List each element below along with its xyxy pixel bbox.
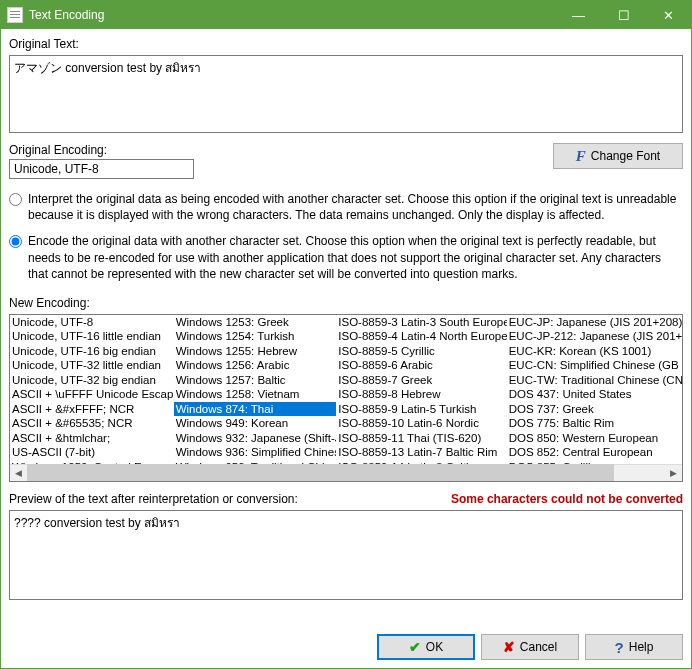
encoding-item[interactable]: ISO-8859-11 Thai (TIS-620) [336, 431, 506, 446]
check-icon: ✔ [409, 639, 421, 655]
help-button[interactable]: ? Help [585, 634, 683, 660]
encoding-item[interactable]: Windows 1255: Hebrew [174, 344, 337, 359]
dialog-footer: ✔ OK ✘ Cancel ? Help [1, 626, 691, 668]
encoding-item[interactable]: Windows 874: Thai [174, 402, 337, 417]
option-encode[interactable]: Encode the original data with another ch… [9, 233, 683, 282]
ok-button[interactable]: ✔ OK [377, 634, 475, 660]
encoding-item[interactable]: ASCII + \uFFFF Unicode Escapes [10, 387, 174, 402]
original-encoding-label: Original Encoding: [9, 143, 194, 157]
encoding-item[interactable]: Windows 932: Japanese (Shift-JIS) [174, 431, 337, 446]
encoding-item[interactable]: ISO-8859-8 Hebrew [336, 387, 506, 402]
encoding-item[interactable]: US-ASCII (7-bit) [10, 445, 174, 460]
encoding-item[interactable]: ASCII + &#xFFFF; NCR [10, 402, 174, 417]
new-encoding-label: New Encoding: [9, 296, 683, 310]
encoding-item[interactable]: Windows 936: Simplified Chinese (GBK) [174, 445, 337, 460]
encoding-item[interactable]: DOS 737: Greek [507, 402, 682, 417]
window-title: Text Encoding [29, 8, 556, 22]
encoding-item[interactable]: EUC-JP-212: Japanese (JIS 201+208+212) [507, 329, 682, 344]
cancel-button[interactable]: ✘ Cancel [481, 634, 579, 660]
scrollbar-thumb[interactable] [27, 464, 614, 481]
preview-label: Preview of the text after reinterpretati… [9, 492, 298, 506]
encoding-item[interactable]: EUC-CN: Simplified Chinese (GB 2312) [507, 358, 682, 373]
encoding-item[interactable]: Windows 1256: Arabic [174, 358, 337, 373]
text-encoding-dialog: Text Encoding — ☐ ✕ Original Text: Origi… [0, 0, 692, 669]
original-text-input[interactable] [9, 55, 683, 133]
encoding-item[interactable]: EUC-TW: Traditional Chinese (CNS 11643) [507, 373, 682, 388]
encoding-item[interactable]: ISO-8859-6 Arabic [336, 358, 506, 373]
option-encode-text: Encode the original data with another ch… [28, 233, 683, 282]
close-button[interactable]: ✕ [646, 1, 691, 29]
encoding-item[interactable]: ASCII + &#65535; NCR [10, 416, 174, 431]
encoding-item[interactable]: DOS 850: Western European [507, 431, 682, 446]
cancel-label: Cancel [520, 640, 557, 654]
option-interpret[interactable]: Interpret the original data as being enc… [9, 191, 683, 223]
encoding-list[interactable]: Unicode, UTF-8Unicode, UTF-16 little end… [9, 314, 683, 482]
maximize-button[interactable]: ☐ [601, 1, 646, 29]
encoding-item[interactable]: EUC-KR: Korean (KS 1001) [507, 344, 682, 359]
encoding-item[interactable]: Unicode, UTF-32 big endian [10, 373, 174, 388]
encoding-item[interactable]: Windows 1254: Turkish [174, 329, 337, 344]
change-font-button[interactable]: F Change Font [553, 143, 683, 169]
encoding-item[interactable]: ISO-8859-4 Latin-4 North European [336, 329, 506, 344]
encoding-item[interactable]: Windows 949: Korean [174, 416, 337, 431]
question-icon: ? [615, 639, 624, 656]
titlebar[interactable]: Text Encoding — ☐ ✕ [1, 1, 691, 29]
encoding-item[interactable]: DOS 775: Baltic Rim [507, 416, 682, 431]
encoding-item[interactable]: DOS 852: Central European [507, 445, 682, 460]
original-text-label: Original Text: [9, 37, 683, 51]
encoding-item[interactable]: Windows 1253: Greek [174, 315, 337, 330]
app-icon [7, 7, 23, 23]
encoding-item[interactable]: ISO-8859-9 Latin-5 Turkish [336, 402, 506, 417]
x-icon: ✘ [503, 639, 515, 655]
font-icon: F [576, 148, 586, 165]
encoding-item[interactable]: EUC-JP: Japanese (JIS 201+208) [507, 315, 682, 330]
encoding-item[interactable]: Windows 1257: Baltic [174, 373, 337, 388]
encoding-item[interactable]: Unicode, UTF-16 big endian [10, 344, 174, 359]
scrollbar-track[interactable] [27, 464, 665, 481]
encoding-item[interactable]: ISO-8859-10 Latin-6 Nordic [336, 416, 506, 431]
scroll-left-button[interactable]: ◀ [10, 464, 27, 481]
encoding-item[interactable]: ISO-8859-7 Greek [336, 373, 506, 388]
encoding-item[interactable]: DOS 437: United States [507, 387, 682, 402]
horizontal-scrollbar[interactable]: ◀ ▶ [10, 464, 682, 481]
scroll-right-button[interactable]: ▶ [665, 464, 682, 481]
help-label: Help [629, 640, 654, 654]
option-interpret-radio[interactable] [9, 193, 22, 206]
option-encode-radio[interactable] [9, 235, 22, 248]
encoding-item[interactable]: ISO-8859-13 Latin-7 Baltic Rim [336, 445, 506, 460]
encoding-item[interactable]: ASCII + &htmlchar; [10, 431, 174, 446]
encoding-item[interactable]: Windows 1258: Vietnam [174, 387, 337, 402]
encoding-item[interactable]: Unicode, UTF-32 little endian [10, 358, 174, 373]
preview-text-output[interactable] [9, 510, 683, 600]
encoding-item[interactable]: Unicode, UTF-8 [10, 315, 174, 330]
preview-error: Some characters could not be converted [451, 492, 683, 506]
encoding-item[interactable]: ISO-8859-5 Cyrillic [336, 344, 506, 359]
change-font-label: Change Font [591, 149, 660, 163]
option-interpret-text: Interpret the original data as being enc… [28, 191, 683, 223]
encoding-item[interactable]: Unicode, UTF-16 little endian [10, 329, 174, 344]
original-encoding-input[interactable] [9, 159, 194, 179]
minimize-button[interactable]: — [556, 1, 601, 29]
ok-label: OK [426, 640, 443, 654]
encoding-item[interactable]: ISO-8859-3 Latin-3 South European [336, 315, 506, 330]
